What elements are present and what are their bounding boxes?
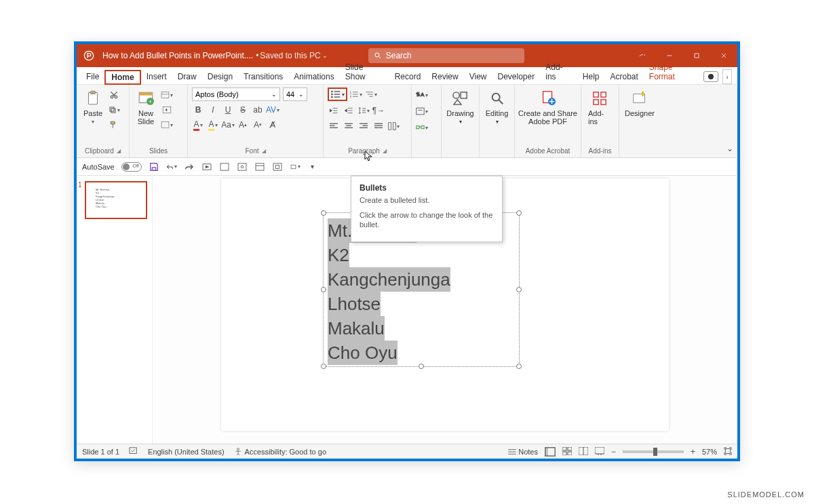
highlight-button[interactable]: A <box>207 119 219 131</box>
bullets-button[interactable]: ▾ <box>328 88 347 101</box>
grow-font-button[interactable]: A▴ <box>237 119 249 131</box>
resize-handle[interactable] <box>321 364 326 369</box>
addins-button[interactable]: Add-ins <box>585 88 615 127</box>
create-share-pdf-button[interactable]: Create and Share Adobe PDF <box>519 88 577 127</box>
line-spacing-button[interactable] <box>357 104 370 117</box>
qat-icon-1[interactable] <box>219 161 230 172</box>
close-button[interactable] <box>710 44 737 67</box>
redo-icon[interactable] <box>184 161 195 172</box>
tab-shape-format[interactable]: Shape Format <box>644 60 703 84</box>
qat-icon-4[interactable] <box>272 161 283 172</box>
language-indicator[interactable]: English (United States) <box>148 448 225 456</box>
text-direction-button[interactable]: ⇅A <box>416 89 428 101</box>
qat-icon-5[interactable] <box>290 161 301 172</box>
cut-icon[interactable] <box>108 89 120 101</box>
tab-file[interactable]: File <box>81 69 104 84</box>
resize-handle[interactable] <box>516 364 522 369</box>
zoom-slider[interactable] <box>623 450 684 453</box>
section-icon[interactable] <box>161 119 173 131</box>
tab-developer[interactable]: Developer <box>492 69 541 84</box>
clipboard-launcher-icon[interactable]: ◢ <box>117 148 121 154</box>
qat-customize-icon[interactable]: ▾ <box>307 161 318 172</box>
character-spacing-button[interactable]: AV <box>267 104 279 116</box>
columns-button[interactable] <box>387 120 400 132</box>
tab-acrobat[interactable]: Acrobat <box>605 69 644 84</box>
accessibility-indicator[interactable]: Accessibility: Good to go <box>234 448 326 456</box>
tab-draw[interactable]: Draw <box>172 69 202 84</box>
tab-help[interactable]: Help <box>577 69 605 84</box>
font-size-select[interactable]: 44⌄ <box>283 88 307 101</box>
tab-review[interactable]: Review <box>426 69 463 84</box>
slide-sorter-view-icon[interactable] <box>562 447 572 457</box>
ribbon-collapse-button[interactable]: › <box>722 69 732 84</box>
paragraph-launcher-icon[interactable]: ◢ <box>383 148 387 154</box>
format-painter-icon[interactable] <box>108 119 120 131</box>
resize-handle[interactable] <box>516 210 522 216</box>
spellcheck-icon[interactable] <box>129 447 138 457</box>
align-text-button[interactable] <box>416 105 428 117</box>
zoom-in-button[interactable]: + <box>691 447 695 457</box>
font-launcher-icon[interactable]: ◢ <box>262 148 266 154</box>
save-icon[interactable] <box>149 161 159 172</box>
bold-button[interactable]: B <box>192 104 204 116</box>
tab-addins[interactable]: Add-ins <box>540 60 577 84</box>
slideshow-view-icon[interactable] <box>595 447 604 457</box>
font-color-button[interactable]: A <box>192 119 204 131</box>
tab-home[interactable]: Home <box>104 70 140 85</box>
strikethrough-button[interactable]: S <box>237 104 249 116</box>
designer-button[interactable]: Designer <box>623 88 656 119</box>
drawing-button[interactable]: Drawing▾ <box>446 88 475 126</box>
slide-thumbnail-pane[interactable]: 1 Mt. EverestK2KangchenjungaLhotseMakalu… <box>77 176 153 444</box>
qat-icon-3[interactable] <box>254 161 265 172</box>
camera-button[interactable] <box>703 71 718 82</box>
decrease-indent-button[interactable] <box>328 104 340 117</box>
copy-icon[interactable] <box>108 104 120 116</box>
ltr-button[interactable]: ¶→ <box>372 104 385 117</box>
layout-icon[interactable] <box>161 89 173 101</box>
resize-handle[interactable] <box>419 364 424 369</box>
notes-button[interactable]: Notes <box>508 448 538 456</box>
font-name-select[interactable]: Aptos (Body)⌄ <box>192 88 280 101</box>
zoom-level[interactable]: 57% <box>702 448 717 456</box>
new-slide-button[interactable]: + New Slide <box>134 88 158 131</box>
paste-button[interactable]: Paste ▾ <box>81 88 105 131</box>
tab-view[interactable]: View <box>464 69 492 84</box>
tab-insert[interactable]: Insert <box>141 69 172 84</box>
numbering-button[interactable]: 123 <box>350 88 362 100</box>
autosave-toggle[interactable] <box>121 162 142 172</box>
qat-icon-2[interactable] <box>237 161 248 172</box>
list-level-button[interactable] <box>365 88 377 100</box>
save-status[interactable]: • Saved to this PC ⌄ <box>256 51 328 60</box>
tab-slideshow[interactable]: Slide Show <box>340 60 389 84</box>
zoom-out-button[interactable]: − <box>611 447 616 457</box>
search-input[interactable]: Search <box>368 48 524 63</box>
text-shadow-button[interactable]: ab <box>252 104 264 116</box>
tab-design[interactable]: Design <box>202 69 238 84</box>
tab-record[interactable]: Record <box>389 69 427 84</box>
align-center-button[interactable] <box>343 120 355 132</box>
slide-indicator[interactable]: Slide 1 of 1 <box>82 448 119 456</box>
undo-icon[interactable] <box>166 161 177 172</box>
smartart-button[interactable] <box>416 121 428 134</box>
fit-to-window-icon[interactable] <box>724 447 732 457</box>
resize-handle[interactable] <box>321 287 326 292</box>
align-left-button[interactable] <box>328 120 340 132</box>
change-case-button[interactable]: Aa <box>222 119 234 131</box>
reset-icon[interactable] <box>161 104 173 116</box>
justify-button[interactable] <box>372 120 385 132</box>
reading-view-icon[interactable] <box>579 447 588 457</box>
clear-formatting-button[interactable]: A̸ <box>267 119 279 131</box>
from-beginning-icon[interactable] <box>201 161 212 172</box>
tab-transitions[interactable]: Transitions <box>238 69 288 84</box>
tab-animations[interactable]: Animations <box>288 69 339 84</box>
underline-button[interactable]: U <box>222 104 234 116</box>
italic-button[interactable]: I <box>207 104 219 116</box>
resize-handle[interactable] <box>321 210 326 216</box>
increase-indent-button[interactable] <box>343 104 355 117</box>
slide-thumbnail-1[interactable]: 1 Mt. EverestK2KangchenjungaLhotseMakalu… <box>85 181 147 219</box>
normal-view-icon[interactable] <box>545 447 556 457</box>
editing-button[interactable]: Editing▾ <box>484 88 510 126</box>
align-right-button[interactable] <box>357 120 370 132</box>
resize-handle[interactable] <box>516 287 522 292</box>
shrink-font-button[interactable]: A▾ <box>252 119 264 131</box>
